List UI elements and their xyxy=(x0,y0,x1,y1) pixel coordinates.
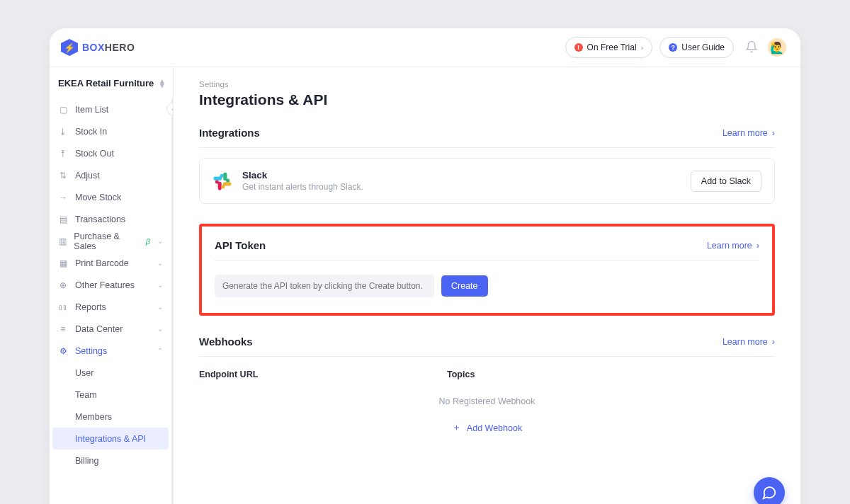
chevron-right-icon: › xyxy=(756,241,759,251)
sidebar-item-data-center[interactable]: ≡ Data Center ⌄ xyxy=(50,318,171,340)
chevron-right-icon: › xyxy=(772,128,775,138)
integrations-section: Integrations Learn more › xyxy=(199,127,775,204)
topbar: ⚡ BOXHERO ! On Free Trial › ? User Guide… xyxy=(50,28,800,67)
plus-circle-icon: ⊕ xyxy=(58,280,68,290)
sidebar-item-move-stock[interactable]: → Move Stock xyxy=(50,186,171,208)
database-icon: ≡ xyxy=(58,324,68,334)
slack-icon xyxy=(212,171,232,191)
sidebar-sub-billing[interactable]: Billing xyxy=(50,449,171,471)
webhooks-col-topics: Topics xyxy=(447,370,475,379)
sidebar-item-label: Reports xyxy=(75,302,106,312)
sidebar-item-transactions[interactable]: ▤ Transactions xyxy=(50,208,171,230)
sidebar-item-stock-in[interactable]: ⭳ Stock In xyxy=(50,120,171,142)
logo-cube-icon: ⚡ xyxy=(61,39,78,56)
api-token-section: API Token Learn more › Create xyxy=(199,224,775,316)
sidebar-item-print-barcode[interactable]: ▦ Print Barcode ⌄ xyxy=(50,252,171,274)
chevron-right-icon: › xyxy=(641,43,644,52)
sidebar-item-label: Other Features xyxy=(75,280,135,290)
chevron-down-icon: ⌄ xyxy=(157,281,163,289)
bell-icon[interactable] xyxy=(745,40,758,55)
alert-dot-icon: ! xyxy=(574,43,583,52)
list-icon: ▤ xyxy=(58,214,68,224)
api-token-input[interactable] xyxy=(215,275,434,297)
chevron-down-icon: ⌄ xyxy=(157,325,163,333)
chart-icon: ⫾⫾ xyxy=(58,302,68,312)
sidebar-item-label: Stock In xyxy=(75,127,107,137)
sidebar-sub-integrations-api[interactable]: Integrations & API xyxy=(52,428,169,449)
sidebar-sub-user[interactable]: User xyxy=(50,362,171,384)
avatar[interactable]: 🙋‍♂️ xyxy=(768,38,786,57)
webhooks-title: Webhooks xyxy=(199,336,253,348)
sidebar-item-label: Purchase & Sales xyxy=(74,231,135,251)
help-dot-icon: ? xyxy=(669,43,677,52)
integrations-learn-more[interactable]: Learn more › xyxy=(722,128,775,138)
document-icon: ▥ xyxy=(58,236,67,246)
sidebar-item-purchase-sales[interactable]: ▥ Purchase & Sales β ⌄ xyxy=(50,230,171,252)
arrow-right-icon: → xyxy=(58,193,68,202)
webhooks-empty-state: No Registered Webhook xyxy=(199,386,775,422)
api-token-learn-more[interactable]: Learn more › xyxy=(707,241,759,251)
webhooks-learn-more[interactable]: Learn more › xyxy=(722,337,775,347)
webhooks-section: Webhooks Learn more › Endpoint URL Topic… xyxy=(199,336,775,434)
sidebar-item-label: Move Stock xyxy=(75,193,121,202)
barcode-icon: ▦ xyxy=(58,258,68,268)
chevron-down-icon: ⌄ xyxy=(157,259,163,267)
create-token-button[interactable]: Create xyxy=(441,275,488,297)
slack-subtitle: Get instant alerts through Slack. xyxy=(242,182,363,192)
chevron-right-icon: › xyxy=(772,337,775,347)
sidebar-item-item-list[interactable]: ▢ Item List xyxy=(50,98,171,120)
sidebar-item-label: Data Center xyxy=(75,324,123,334)
brand-light: HERO xyxy=(105,42,135,53)
page-title: Integrations & API xyxy=(199,91,775,108)
sidebar-sub-members[interactable]: Members xyxy=(50,406,171,428)
org-name: EKEA Retail Furniture xyxy=(58,78,154,88)
sidebar-item-label: Stock Out xyxy=(75,149,114,159)
trial-pill[interactable]: ! On Free Trial › xyxy=(565,37,653,58)
webhooks-table-head: Endpoint URL Topics xyxy=(199,367,775,386)
add-to-slack-button[interactable]: Add to Slack xyxy=(691,171,761,192)
api-token-title: API Token xyxy=(215,239,266,251)
main-content: Settings Integrations & API Integrations… xyxy=(174,67,800,504)
webhooks-col-endpoint: Endpoint URL xyxy=(199,370,447,379)
integrations-title: Integrations xyxy=(199,127,260,139)
chevron-down-icon: ⌄ xyxy=(157,237,163,245)
chevron-up-icon: ⌃ xyxy=(157,347,163,355)
brand-strong: BOX xyxy=(82,42,105,53)
chevron-down-icon: ⌄ xyxy=(157,303,163,311)
add-webhook-button[interactable]: ＋ Add Webhook xyxy=(199,422,775,434)
slack-integration-card: Slack Get instant alerts through Slack. … xyxy=(199,158,775,204)
box-icon: ▢ xyxy=(58,105,68,115)
sidebar-item-stock-out[interactable]: ⭱ Stock Out xyxy=(50,142,171,164)
sidebar-item-label: Print Barcode xyxy=(75,258,129,268)
breadcrumb: Settings xyxy=(199,80,775,88)
sidebar-item-label: Item List xyxy=(75,105,108,115)
gear-icon: ⚙ xyxy=(58,346,68,356)
userguide-label: User Guide xyxy=(681,42,725,52)
sidebar-item-other-features[interactable]: ⊕ Other Features ⌄ xyxy=(50,274,171,296)
adjust-icon: ⇅ xyxy=(58,171,68,181)
plus-icon: ＋ xyxy=(452,422,461,434)
org-switcher[interactable]: EKEA Retail Furniture ▴▾ xyxy=(50,67,173,98)
body: EKEA Retail Furniture ▴▾ ‹ ▢ Item List ⭳… xyxy=(50,67,800,504)
sort-icon: ▴▾ xyxy=(160,79,164,87)
sidebar-item-settings[interactable]: ⚙ Settings ⌃ xyxy=(50,340,171,362)
sidebar: EKEA Retail Furniture ▴▾ ‹ ▢ Item List ⭳… xyxy=(50,67,174,504)
userguide-pill[interactable]: ? User Guide xyxy=(659,37,734,58)
upload-icon: ⭱ xyxy=(58,149,68,159)
sidebar-sub-team[interactable]: Team xyxy=(50,384,171,406)
chat-fab[interactable] xyxy=(754,477,785,504)
download-icon: ⭳ xyxy=(58,127,68,137)
brand-logo[interactable]: ⚡ BOXHERO xyxy=(61,39,135,56)
sidebar-item-reports[interactable]: ⫾⫾ Reports ⌄ xyxy=(50,296,171,318)
sidebar-item-label: Transactions xyxy=(75,214,125,224)
app-window: ⚡ BOXHERO ! On Free Trial › ? User Guide… xyxy=(50,28,800,504)
beta-badge: β xyxy=(146,237,150,246)
sidebar-item-label: Settings xyxy=(75,346,107,356)
sidebar-item-label: Adjust xyxy=(75,171,100,181)
trial-label: On Free Trial xyxy=(587,42,637,52)
slack-name: Slack xyxy=(242,170,363,181)
sidebar-item-adjust[interactable]: ⇅ Adjust xyxy=(50,164,171,186)
